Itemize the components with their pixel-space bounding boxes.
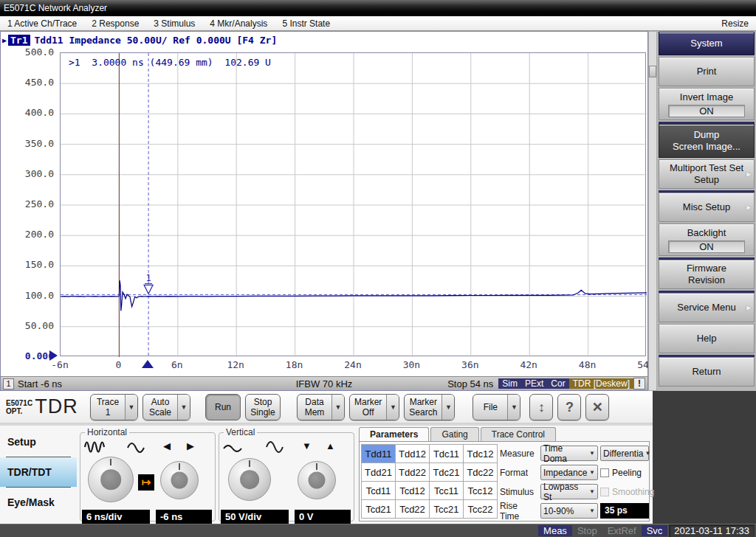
matrix-cell-tcc22[interactable]: Tcc22 bbox=[464, 500, 498, 519]
dropdown-time-doma[interactable]: Time Doma▼ bbox=[540, 446, 598, 461]
matrix-cell-tcd22[interactable]: Tcd22 bbox=[396, 500, 430, 519]
softkey-system[interactable]: System bbox=[659, 32, 755, 55]
y-tick-label: 300.0 bbox=[1, 168, 54, 179]
mode-tabs: SetupTDR/TDTEye/Mask bbox=[0, 427, 77, 523]
plot-area[interactable]: 1 bbox=[60, 52, 646, 356]
status-badge-sim: Sim bbox=[498, 378, 521, 389]
trace-badge[interactable]: Tr1 bbox=[8, 35, 30, 46]
tab-tdr-tdt[interactable]: TDR/TDT bbox=[0, 457, 77, 487]
tab-parameters[interactable]: Parameters bbox=[359, 427, 429, 441]
softkey-menu: SystemPrintInvert ImageONDumpScreen Imag… bbox=[657, 31, 756, 391]
matrix-cell-tdc12[interactable]: Tdc12 bbox=[464, 445, 498, 463]
toolbar-trace-select-button[interactable]: Trace1▼ bbox=[90, 394, 138, 420]
dropdown-arrow-icon[interactable]: ▼ bbox=[507, 395, 520, 420]
y-tick-label: 150.0 bbox=[1, 259, 54, 270]
trace-plot: 1 bbox=[61, 53, 647, 357]
matrix-cell-tcd21[interactable]: Tcd21 bbox=[362, 500, 396, 519]
matrix-cell-tdd22[interactable]: Tdd22 bbox=[396, 463, 430, 482]
softkey-dump-screen-image[interactable]: DumpScreen Image... bbox=[659, 124, 755, 158]
horizontal-scale-knob[interactable] bbox=[88, 457, 134, 502]
toolbar-file-button[interactable]: File▼ bbox=[472, 394, 520, 420]
offset-jump-icon[interactable]: ↦ bbox=[138, 474, 154, 491]
matrix-cell-tdd11[interactable]: Tdd11 bbox=[362, 445, 396, 463]
toolbar-stop-single-button[interactable]: StopSingle bbox=[245, 394, 281, 420]
toolbar-auto-scale-button[interactable]: AutoScale▼ bbox=[142, 394, 190, 420]
menu-item-4-mkr-analysis[interactable]: 4 Mkr/Analysis bbox=[202, 18, 275, 29]
dropdown-value: Lowpass St bbox=[543, 482, 588, 502]
horizontal-position-knob[interactable] bbox=[160, 461, 199, 499]
y-tick-label: 0.000 bbox=[1, 350, 54, 361]
dropdown-10-90[interactable]: 10-90%▼ bbox=[540, 503, 598, 519]
submenu-arrow-icon: ▶ bbox=[746, 204, 752, 211]
param-row-rise-time: Rise Time10-90%▼35 ps bbox=[500, 502, 649, 520]
softkey-label: Return bbox=[692, 366, 721, 378]
matrix-cell-tcd12[interactable]: Tcd12 bbox=[396, 482, 430, 500]
matrix-cell-tdd21[interactable]: Tdd21 bbox=[362, 463, 396, 482]
softkey-invert-image[interactable]: Invert ImageON bbox=[659, 88, 755, 120]
softkey-return[interactable]: Return bbox=[659, 357, 755, 387]
menu-item-1-active-ch-trace[interactable]: 1 Active Ch/Trace bbox=[0, 18, 84, 29]
dropdown-arrow-icon[interactable]: ▼ bbox=[125, 395, 137, 420]
channel-window: ▶ Tr1 Tdd11 Impedance 50.00U/ Ref 0.000U… bbox=[0, 31, 648, 391]
softkey-multiport-test-set-setup[interactable]: Multiport Test SetSetup▶ bbox=[659, 159, 755, 189]
matrix-cell-tcc12[interactable]: Tcc12 bbox=[464, 482, 498, 500]
tab-eye-mask[interactable]: Eye/Mask bbox=[0, 488, 77, 517]
toolbar-run-button[interactable]: Run bbox=[205, 394, 241, 420]
dropdown-arrow-icon: ▼ bbox=[589, 507, 595, 514]
toolbar-help-button[interactable]: ? bbox=[557, 394, 581, 420]
menu-bar: 1 Active Ch/Trace2 Response3 Stimulus4 M… bbox=[0, 16, 756, 31]
toolbar-button-label: StopSingle bbox=[246, 395, 280, 420]
toolbar-updown-button[interactable]: ↕ bbox=[529, 394, 553, 420]
softkey-label: Invert Image bbox=[680, 91, 733, 103]
matrix-cell-tcc21[interactable]: Tcc21 bbox=[430, 500, 464, 519]
horizontal-legend: Horizontal bbox=[85, 427, 129, 437]
tab-setup[interactable]: Setup bbox=[0, 427, 77, 457]
menu-item-3-stimulus[interactable]: 3 Stimulus bbox=[146, 18, 202, 29]
softkey-backlight[interactable]: BacklightON bbox=[659, 224, 755, 256]
menu-item-5-instr-state[interactable]: 5 Instr State bbox=[275, 18, 337, 29]
scrollbar-thumb[interactable] bbox=[649, 66, 656, 77]
checkbox-peeling[interactable]: Peeling bbox=[600, 468, 642, 478]
toolbar-data-mem-button[interactable]: DataMem▼ bbox=[297, 394, 345, 420]
softkey-label: Screen Image... bbox=[673, 141, 740, 153]
dropdown-arrow-icon[interactable]: ▼ bbox=[441, 395, 454, 420]
vertical-scale-knob[interactable] bbox=[228, 458, 271, 501]
toolbar-button-label: AutoScale bbox=[143, 395, 177, 420]
softkey-label: System bbox=[690, 38, 722, 49]
vertical-scrollbar[interactable] bbox=[648, 31, 657, 391]
softkey-firmware-revision[interactable]: FirmwareRevision bbox=[659, 260, 755, 289]
softkey-service-menu[interactable]: Service Menu▶ bbox=[659, 293, 755, 322]
vertical-position-knob[interactable] bbox=[298, 461, 336, 499]
toolbar-close-button[interactable]: ✕ bbox=[585, 394, 609, 420]
dropdown-arrow-icon[interactable]: ▼ bbox=[177, 395, 190, 420]
matrix-cell-tcd11[interactable]: Tcd11 bbox=[362, 482, 396, 500]
tab-gating[interactable]: Gating bbox=[430, 427, 478, 441]
dropdown-lowpass-st[interactable]: Lowpass St▼ bbox=[540, 484, 598, 499]
y-tick-label: 500.0 bbox=[1, 46, 54, 58]
toolbar-marker-off-button[interactable]: MarkerOff▼ bbox=[349, 394, 399, 420]
resize-command[interactable]: Resize bbox=[721, 18, 756, 29]
softkey-misc-setup[interactable]: Misc Setup▶ bbox=[659, 193, 755, 222]
softkey-print[interactable]: Print bbox=[659, 57, 755, 86]
toolbar-button-label: ? bbox=[558, 395, 580, 420]
softkey-label: Service Menu bbox=[677, 302, 735, 313]
matrix-cell-tdc21[interactable]: Tdc21 bbox=[430, 463, 464, 482]
tab-trace-control[interactable]: Trace Control bbox=[481, 427, 556, 441]
dropdown-impedance[interactable]: Impedance▼ bbox=[540, 465, 598, 480]
dropdown-differentia[interactable]: Differentia▼ bbox=[600, 446, 649, 461]
vertical-scale-readout: 50 V/div bbox=[221, 510, 289, 524]
checkbox-smoothing[interactable]: Smoothing bbox=[600, 487, 654, 497]
dropdown-arrow-icon[interactable]: ▼ bbox=[331, 395, 344, 420]
softkey-help[interactable]: Help bbox=[659, 324, 755, 353]
submenu-arrow-icon: ▶ bbox=[746, 170, 752, 178]
menu-item-2-response[interactable]: 2 Response bbox=[84, 18, 146, 29]
checkbox-box bbox=[600, 488, 609, 496]
matrix-cell-tcc11[interactable]: Tcc11 bbox=[430, 482, 464, 500]
sweep-stop: Stop 54 ns bbox=[447, 378, 493, 389]
softkey-label: Setup bbox=[694, 174, 719, 186]
toolbar-marker-search-button[interactable]: MarkerSearch▼ bbox=[404, 394, 455, 420]
matrix-cell-tdc11[interactable]: Tdc11 bbox=[430, 445, 464, 463]
dropdown-arrow-icon[interactable]: ▼ bbox=[386, 395, 399, 420]
matrix-cell-tdc22[interactable]: Tdc22 bbox=[464, 463, 498, 482]
matrix-cell-tdd12[interactable]: Tdd12 bbox=[396, 445, 430, 463]
